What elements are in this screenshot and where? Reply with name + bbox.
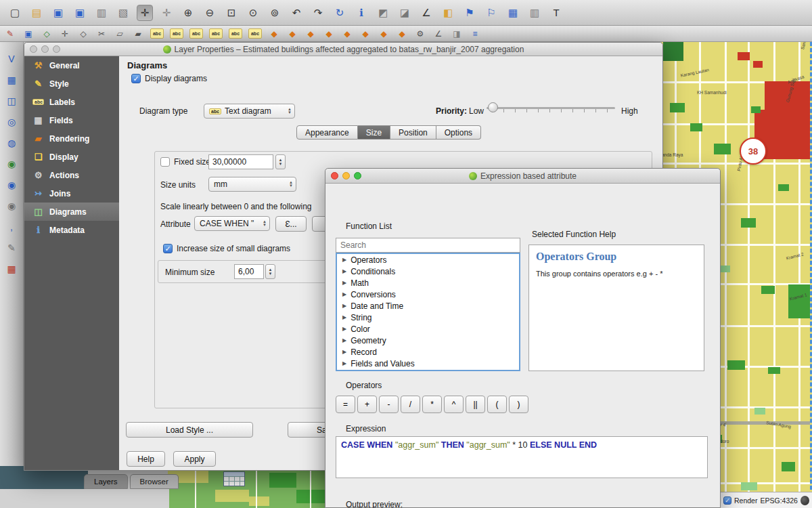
- refresh-map-icon[interactable]: ↻: [332, 5, 348, 21]
- help-button[interactable]: Help: [127, 451, 165, 467]
- minimum-size-input[interactable]: 6,00: [234, 264, 264, 279]
- label-highlight-icon[interactable]: abc: [189, 28, 203, 39]
- attribute-table-icon[interactable]: ▦: [505, 5, 521, 21]
- merge-features-icon[interactable]: ◆: [323, 28, 335, 40]
- sidebar-item-fields[interactable]: ▦Fields: [24, 111, 119, 129]
- save-project-as-icon[interactable]: ▣: [72, 5, 88, 21]
- attribute-dropdown[interactable]: CASE WHEN " ▲▼: [194, 216, 270, 231]
- layer-labeling-icon[interactable]: abc: [150, 28, 164, 39]
- add-postgis-layer-icon[interactable]: ◫: [4, 93, 19, 108]
- remove-layer-icon[interactable]: ▦: [4, 261, 19, 276]
- expression-editor[interactable]: CASE WHEN "aggr_sum" THEN "aggr_sum" * 1…: [336, 436, 708, 478]
- display-diagrams-checkbox[interactable]: ✓: [131, 74, 141, 83]
- zoom-window-icon[interactable]: [354, 172, 361, 179]
- function-group-conversions[interactable]: ▶Conversions: [337, 289, 519, 300]
- text-annotation-icon[interactable]: T: [548, 5, 564, 21]
- fixed-size-stepper[interactable]: ▲▼: [275, 154, 286, 169]
- annotation-icon[interactable]: ◨: [451, 28, 463, 40]
- tab-layers[interactable]: Layers: [84, 474, 128, 489]
- function-group-geometry[interactable]: ▶Geometry: [337, 335, 519, 346]
- identify-features-icon[interactable]: ℹ: [353, 5, 369, 21]
- tab-browser[interactable]: Browser: [130, 474, 179, 489]
- deselect-features-icon[interactable]: ◪: [397, 5, 413, 21]
- new-shapefile-layer-icon[interactable]: ✎: [4, 240, 19, 255]
- increase-size-checkbox[interactable]: ✓: [163, 244, 173, 253]
- close-icon[interactable]: [30, 45, 37, 53]
- add-wfs-layer-icon[interactable]: ◉: [4, 198, 19, 213]
- sidebar-item-joins[interactable]: ↣Joins: [24, 184, 119, 203]
- expand-triangle-icon[interactable]: ▶: [342, 337, 346, 343]
- sidebar-item-style[interactable]: ✎Style: [24, 75, 119, 93]
- save-edits-icon[interactable]: ▣: [22, 28, 35, 40]
- label-pin-icon[interactable]: abc: [170, 28, 183, 39]
- size-units-dropdown[interactable]: mm ▲▼: [208, 177, 296, 192]
- field-calculator-icon[interactable]: ▥: [526, 5, 543, 21]
- expand-triangle-icon[interactable]: ▶: [342, 291, 346, 297]
- add-spatialite-layer-icon[interactable]: ◎: [4, 114, 19, 129]
- sidebar-item-rendering[interactable]: ▰Rendering: [24, 129, 119, 148]
- attribute-table-window-icon[interactable]: [223, 471, 245, 486]
- fixed-size-checkbox[interactable]: [160, 157, 170, 167]
- measure-angle-icon[interactable]: ∠: [432, 28, 445, 40]
- fixed-size-input[interactable]: 30,00000: [208, 154, 273, 169]
- tab-size[interactable]: Size: [358, 125, 390, 140]
- zoom-window-icon[interactable]: [53, 45, 60, 53]
- operator-button[interactable]: ||: [466, 396, 485, 413]
- apply-button[interactable]: Apply: [173, 451, 216, 467]
- add-vector-layer-icon[interactable]: V: [4, 51, 19, 66]
- expand-triangle-icon[interactable]: ▶: [342, 303, 346, 309]
- offset-curve-icon[interactable]: ◆: [268, 28, 280, 40]
- operator-button[interactable]: -: [379, 396, 399, 413]
- settings-gear-icon[interactable]: ⚙: [414, 28, 426, 40]
- function-group-math[interactable]: ▶Math: [337, 277, 519, 289]
- split-features-icon[interactable]: ◆: [304, 28, 317, 40]
- sidebar-item-labels[interactable]: abcLabels: [24, 93, 119, 111]
- zoom-full-icon[interactable]: ⊡: [223, 5, 240, 21]
- operator-button[interactable]: (: [487, 396, 507, 413]
- operator-button[interactable]: /: [401, 396, 420, 413]
- save-project-icon[interactable]: ▣: [50, 5, 66, 21]
- map-tips-icon[interactable]: ◧: [440, 5, 456, 21]
- tab-appearance[interactable]: Appearance: [296, 125, 358, 140]
- function-group-record[interactable]: ▶Record: [337, 346, 519, 358]
- search-input[interactable]: [336, 238, 520, 253]
- new-composer-icon[interactable]: ▥: [93, 5, 110, 21]
- reshape-features-icon[interactable]: ◆: [286, 28, 298, 40]
- expand-triangle-icon[interactable]: ▶: [342, 280, 346, 286]
- minimize-icon[interactable]: [41, 45, 49, 53]
- rotate-feature-icon[interactable]: ◆: [341, 28, 353, 40]
- expand-triangle-icon[interactable]: ▶: [342, 268, 346, 274]
- function-group-string[interactable]: ▶String: [337, 312, 519, 323]
- zoom-next-icon[interactable]: ↷: [310, 5, 326, 21]
- add-feature-icon[interactable]: ◇: [41, 28, 53, 40]
- load-style-button[interactable]: Load Style ...: [126, 422, 253, 438]
- function-group-color[interactable]: ▶Color: [337, 323, 519, 335]
- expression-dialog-titlebar[interactable]: Expression based attribute: [325, 169, 720, 184]
- label-rotate-icon[interactable]: abc: [229, 28, 242, 39]
- label-properties-icon[interactable]: abc: [248, 28, 262, 39]
- tab-options[interactable]: Options: [436, 125, 481, 140]
- select-features-icon[interactable]: ◩: [375, 5, 391, 21]
- simplify-feature-icon[interactable]: ◆: [359, 28, 371, 40]
- function-group-operators[interactable]: ▶Operators: [337, 254, 519, 266]
- operator-button[interactable]: =: [336, 396, 355, 413]
- expand-triangle-icon[interactable]: ▶: [342, 349, 346, 355]
- function-group-date-and-time[interactable]: ▶Date and Time: [337, 300, 519, 312]
- add-delimited-text-icon[interactable]: ,: [4, 219, 19, 234]
- cut-features-icon[interactable]: ✂: [95, 28, 108, 40]
- label-move-icon[interactable]: abc: [209, 28, 223, 39]
- zoom-last-icon[interactable]: ↶: [288, 5, 304, 21]
- new-bookmark-icon[interactable]: ⚑: [461, 5, 478, 21]
- priority-slider[interactable]: [487, 101, 615, 114]
- pan-to-selection-icon[interactable]: ✛: [158, 5, 175, 21]
- add-raster-layer-icon[interactable]: ▦: [4, 72, 19, 87]
- operator-button[interactable]: *: [422, 396, 442, 413]
- expand-triangle-icon[interactable]: ▶: [342, 257, 346, 263]
- sidebar-item-diagrams[interactable]: ◫Diagrams: [24, 203, 119, 221]
- zoom-in-icon[interactable]: ⊕: [180, 5, 196, 21]
- expand-triangle-icon[interactable]: ▶: [342, 314, 346, 320]
- slider-thumb[interactable]: [488, 102, 498, 112]
- render-checkbox[interactable]: ✓: [723, 496, 731, 505]
- sidebar-item-metadata[interactable]: ℹMetadata: [24, 221, 119, 239]
- expression-builder-button[interactable]: Ɛ...: [275, 216, 307, 232]
